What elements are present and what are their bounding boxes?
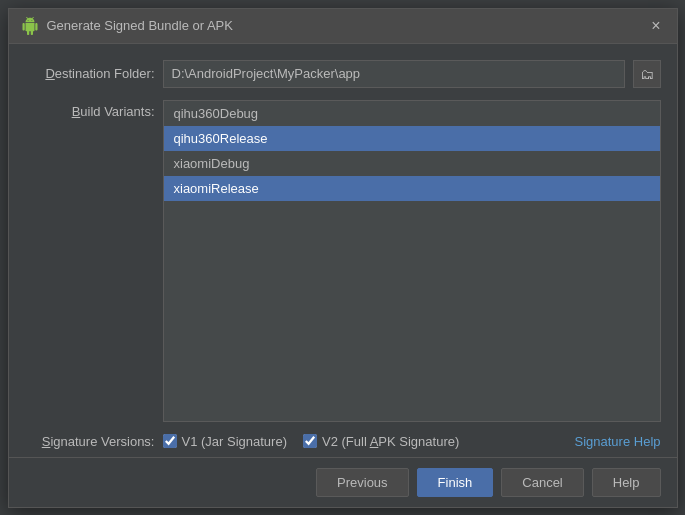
v1-signature-checkbox-label[interactable]: V1 (Jar Signature) — [163, 434, 288, 449]
title-bar: Generate Signed Bundle or APK × — [9, 9, 677, 44]
build-variants-section: Build Variants: qihu360Debug qihu360Rele… — [25, 100, 661, 422]
close-button[interactable]: × — [647, 18, 664, 34]
android-icon — [21, 17, 39, 35]
footer: Previous Finish Cancel Help — [9, 457, 677, 507]
destination-folder-input[interactable] — [163, 60, 625, 88]
dialog-title: Generate Signed Bundle or APK — [47, 18, 233, 33]
finish-button[interactable]: Finish — [417, 468, 494, 497]
signature-help-link[interactable]: Signature Help — [575, 434, 661, 449]
title-bar-left: Generate Signed Bundle or APK — [21, 17, 233, 35]
destination-folder-row: Destination Folder: 🗂 — [25, 60, 661, 88]
dialog-container: Generate Signed Bundle or APK × Destinat… — [8, 8, 678, 508]
signature-options: V1 (Jar Signature) V2 (Full APK Signatur… — [163, 434, 661, 449]
build-variants-label: Build Variants: — [25, 100, 155, 422]
v2-signature-label: V2 (Full APK Signature) — [322, 434, 459, 449]
variant-item-qihu360release[interactable]: qihu360Release — [164, 126, 660, 151]
v1-signature-label: V1 (Jar Signature) — [182, 434, 288, 449]
v2-signature-checkbox-label[interactable]: V2 (Full APK Signature) — [303, 434, 459, 449]
v2-signature-checkbox[interactable] — [303, 434, 317, 448]
cancel-button[interactable]: Cancel — [501, 468, 583, 497]
previous-button[interactable]: Previous — [316, 468, 409, 497]
variant-item-qihu360debug[interactable]: qihu360Debug — [164, 101, 660, 126]
build-variants-list[interactable]: qihu360Debug qihu360Release xiaomiDebug … — [163, 100, 661, 422]
help-button[interactable]: Help — [592, 468, 661, 497]
variant-item-xiaomidebug[interactable]: xiaomiDebug — [164, 151, 660, 176]
signature-versions-label: Signature Versions: — [25, 434, 155, 449]
destination-folder-label: Destination Folder: — [25, 66, 155, 81]
variant-item-xiaomirelease[interactable]: xiaomiRelease — [164, 176, 660, 201]
signature-versions-row: Signature Versions: V1 (Jar Signature) V… — [25, 434, 661, 449]
v1-signature-checkbox[interactable] — [163, 434, 177, 448]
browse-folder-button[interactable]: 🗂 — [633, 60, 661, 88]
folder-icon: 🗂 — [640, 66, 654, 82]
dialog-content: Destination Folder: 🗂 Build Variants: qi… — [9, 44, 677, 457]
